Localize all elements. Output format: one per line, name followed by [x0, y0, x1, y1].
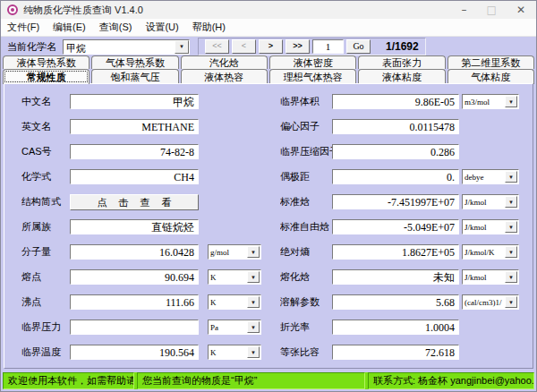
field-value[interactable]: 74-82-8 [70, 144, 199, 159]
tab[interactable]: 常规性质 [3, 69, 90, 84]
chevron-down-icon[interactable]: ▼ [247, 321, 260, 333]
field-value[interactable]: -5.049E+07 [332, 219, 459, 234]
field-row: 分子量 16.0428g/mol▼ [4, 244, 268, 260]
unit-select[interactable]: g/mol▼ [208, 244, 261, 260]
chemical-name-value: 甲烷 [64, 40, 175, 54]
minimize-icon[interactable]: – [462, 4, 467, 15]
record-number-input[interactable] [312, 39, 344, 54]
field-value[interactable]: 190.564 [70, 345, 199, 360]
tab[interactable]: 液体导热系数 [3, 55, 90, 69]
close-icon[interactable]: ✕ [516, 4, 525, 15]
field-row: 沸点 111.66K▼ [4, 294, 268, 310]
current-chemical-label: 当前化学名 [7, 40, 56, 54]
record-position: 1/1692 [386, 40, 419, 53]
maximize-icon[interactable]: □ [487, 4, 497, 15]
unit-value: K [209, 273, 247, 282]
unit-select[interactable]: J/kmol▼ [462, 194, 519, 209]
unit-select[interactable]: J/kmol▼ [462, 269, 519, 285]
status-welcome: 欢迎使用本软件，如需帮助请按F1！ [3, 372, 134, 389]
unit-select[interactable]: Pa▼ [208, 320, 261, 335]
tab[interactable]: 液体粘度 [358, 69, 445, 84]
field-value[interactable]: 未知 [332, 269, 459, 285]
unit-select[interactable]: K▼ [208, 345, 261, 360]
menu-item[interactable]: 设置(U) [145, 21, 178, 34]
menu-item[interactable]: 文件(F) [7, 21, 39, 34]
field-value[interactable]: 1.0004 [332, 320, 459, 335]
tab[interactable]: 表面张力 [358, 55, 445, 69]
menu-item[interactable]: 帮助(H) [192, 21, 226, 34]
menu-item[interactable]: 编辑(E) [53, 21, 86, 34]
tab[interactable]: 气体粘度 [448, 69, 534, 84]
field-row: 等张比容 72.618 [268, 345, 533, 360]
unit-value: g/mol [209, 248, 247, 257]
field-value[interactable]: 0.0115478 [332, 119, 459, 134]
tab[interactable]: 气体导热系数 [91, 55, 178, 69]
field-row: 所属族 直链烷烃 [4, 219, 268, 234]
field-value[interactable]: 72.618 [332, 345, 459, 360]
field-row: 临界温度 190.564K▼ [4, 345, 268, 360]
field-label: 结构简式 [21, 195, 70, 209]
field-value[interactable]: METHANE [70, 119, 199, 134]
field-value[interactable]: 9.86E-05 [332, 94, 459, 109]
field-value[interactable]: CH4 [70, 169, 199, 184]
status-current-substance: 您当前查询的物质是“甲烷” [137, 372, 365, 389]
chevron-down-icon[interactable]: ▼ [505, 271, 517, 283]
field-value[interactable]: 0. [332, 169, 459, 184]
tab[interactable]: 汽化焓 [181, 55, 268, 69]
field-value[interactable]: 0.286 [332, 144, 459, 159]
tab[interactable]: 理想气体热容 [269, 69, 356, 84]
chevron-down-icon[interactable]: ▼ [505, 246, 517, 258]
unit-value: Pa [209, 323, 247, 332]
field-value[interactable]: 16.0428 [70, 244, 199, 260]
field-value[interactable]: 90.694 [70, 269, 199, 285]
field-value[interactable]: 111.66 [70, 294, 199, 310]
tab[interactable]: 液体密度 [269, 55, 356, 69]
field-label: 英文名 [21, 120, 70, 133]
chevron-down-icon[interactable]: ▼ [505, 96, 517, 107]
chevron-down-icon[interactable]: ▼ [247, 271, 260, 283]
unit-select[interactable]: K▼ [208, 269, 261, 285]
field-row: 标准焓 -7.451997E+07J/kmol▼ [268, 194, 533, 209]
field-value[interactable]: 1.8627E+05 [332, 244, 459, 260]
unit-select[interactable]: J/kmol▼ [462, 219, 519, 234]
field-value[interactable]: -7.451997E+07 [332, 194, 459, 209]
field-label: 溶解参数 [280, 295, 332, 309]
view-structure-button[interactable]: 点 击 查 看 [70, 194, 199, 210]
menu-item[interactable]: 查询(S) [99, 21, 132, 34]
field-row: 熔化焓 未知J/kmol▼ [268, 269, 533, 285]
go-button[interactable]: Go [346, 39, 371, 54]
field-label: 临界压缩因子 [280, 145, 332, 158]
chevron-down-icon[interactable]: ▼ [175, 40, 189, 54]
unit-select[interactable]: (cal/cm3)1/▼ [462, 294, 519, 310]
prev-record-button[interactable]: < [232, 39, 256, 54]
field-label: 所属族 [21, 220, 70, 234]
unit-select[interactable]: m3/mol▼ [462, 94, 519, 109]
chevron-down-icon[interactable]: ▼ [505, 196, 517, 208]
unit-select[interactable]: debye▼ [462, 169, 519, 184]
tab[interactable]: 液体热容 [181, 69, 268, 84]
field-value[interactable]: 5.68 [332, 294, 459, 310]
field-label: 偏心因子 [280, 120, 332, 133]
chevron-down-icon[interactable]: ▼ [505, 221, 517, 233]
field-row: 临界压缩因子 0.286 [268, 144, 533, 159]
last-record-button[interactable]: >> [286, 39, 310, 54]
field-value[interactable] [70, 320, 199, 335]
unit-select[interactable]: J/kmol/K▼ [462, 244, 519, 260]
chevron-down-icon[interactable]: ▼ [247, 296, 260, 308]
unit-value: J/kmol [463, 223, 505, 232]
tab[interactable]: 饱和蒸气压 [91, 69, 178, 84]
chevron-down-icon[interactable]: ▼ [505, 296, 517, 308]
field-value[interactable]: 直链烷烃 [70, 219, 199, 234]
first-record-button[interactable]: << [205, 39, 229, 54]
field-row: 绝对熵 1.8627E+05J/kmol/K▼ [268, 244, 533, 260]
chevron-down-icon[interactable]: ▼ [247, 346, 260, 358]
unit-value: m3/mol [463, 98, 505, 107]
unit-value: J/kmol [463, 273, 505, 282]
next-record-button[interactable]: > [259, 39, 283, 54]
unit-select[interactable]: K▼ [208, 294, 261, 310]
chevron-down-icon[interactable]: ▼ [505, 171, 517, 183]
field-value[interactable]: 甲烷 [70, 94, 199, 109]
chemical-name-combobox[interactable]: 甲烷 ▼ [63, 39, 190, 55]
chevron-down-icon[interactable]: ▼ [247, 246, 260, 258]
tab[interactable]: 第二维里系数 [448, 55, 534, 69]
